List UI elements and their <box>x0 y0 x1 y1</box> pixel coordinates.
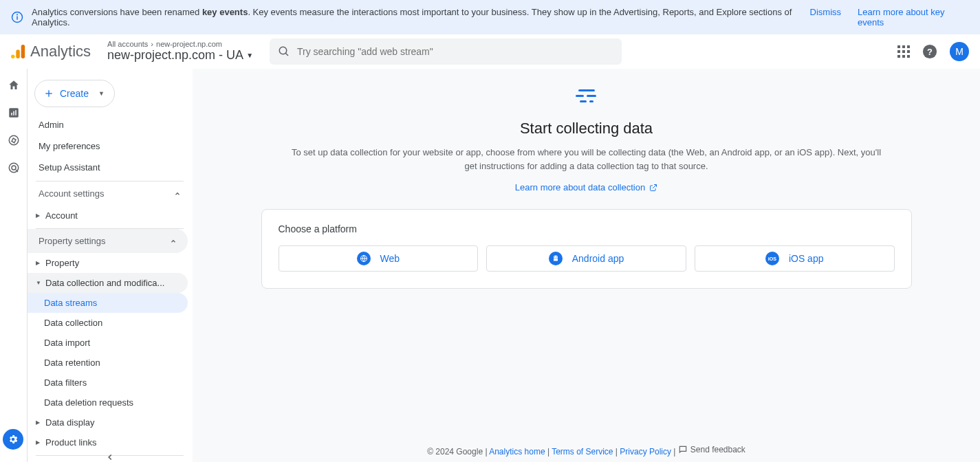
svg-rect-12 <box>902 50 905 53</box>
svg-rect-20 <box>11 113 12 116</box>
android-icon <box>549 252 563 265</box>
search-icon <box>278 45 290 58</box>
avatar[interactable]: M <box>950 42 969 61</box>
sidebar-item-setup-assistant[interactable]: Setup Assistant <box>28 157 192 178</box>
caret-down-icon: ▼ <box>246 52 253 59</box>
explore-icon[interactable] <box>7 133 21 147</box>
banner-text: Analytics conversions have been renamed … <box>32 7 810 28</box>
search-box[interactable] <box>270 38 622 65</box>
reports-icon[interactable] <box>7 106 21 120</box>
svg-rect-28 <box>578 89 595 91</box>
svg-point-2 <box>17 14 18 15</box>
tree-item-data-collection-mod[interactable]: ▼ Data collection and modifica... <box>28 273 188 293</box>
chevron-up-icon <box>174 190 181 197</box>
tree-item-data-import[interactable]: Data import <box>28 333 192 353</box>
svg-rect-22 <box>15 110 17 116</box>
svg-rect-15 <box>902 55 905 58</box>
tree-item-data-deletion[interactable]: Data deletion requests <box>28 393 192 412</box>
section-property-settings[interactable]: Property settings <box>28 229 188 253</box>
tree-item-data-streams[interactable]: Data streams <box>28 293 188 313</box>
caret-down-icon: ▼ <box>36 280 41 286</box>
platform-card: Choose a platform Web Android app iOS iO… <box>261 209 912 289</box>
svg-text:?: ? <box>927 46 933 56</box>
feedback-icon <box>678 445 688 454</box>
chevron-up-icon <box>170 238 177 245</box>
tree-item-product-links[interactable]: ▶ Product links <box>28 432 192 452</box>
main-content: Start collecting data To set up data col… <box>193 69 980 462</box>
notification-banner: Analytics conversions have been renamed … <box>0 0 980 34</box>
svg-line-7 <box>285 53 288 56</box>
svg-rect-5 <box>21 44 25 58</box>
caret-right-icon: ▶ <box>36 212 41 219</box>
caret-down-icon: ▼ <box>98 90 105 97</box>
admin-sidebar: Create ▼ Admin My preferences Setup Assi… <box>28 69 193 462</box>
external-link-icon <box>649 184 657 192</box>
svg-rect-29 <box>576 95 584 97</box>
page-description: To set up data collection for your websi… <box>291 146 882 173</box>
learn-more-link[interactable]: Learn more about key events <box>858 7 969 28</box>
dismiss-link[interactable]: Dismiss <box>810 7 842 28</box>
nav-rail <box>0 69 28 462</box>
property-switcher[interactable]: All accounts › new-project.np.com new-pr… <box>107 40 253 63</box>
collapse-sidebar-icon[interactable] <box>105 452 115 462</box>
card-title: Choose a platform <box>279 223 895 234</box>
caret-right-icon: ▶ <box>36 260 41 266</box>
help-icon[interactable]: ? <box>922 44 937 59</box>
footer-link-terms[interactable]: Terms of Service <box>552 447 613 456</box>
footer-link-privacy[interactable]: Privacy Policy <box>620 447 671 456</box>
svg-rect-4 <box>16 50 19 58</box>
chevron-right-icon: › <box>151 40 153 48</box>
tree-item-data-display[interactable]: ▶ Data display <box>28 412 192 432</box>
svg-rect-8 <box>897 45 900 48</box>
svg-rect-32 <box>589 100 594 102</box>
page-title: Start collecting data <box>520 120 653 138</box>
svg-point-35 <box>556 256 557 257</box>
sidebar-item-admin[interactable]: Admin <box>28 114 192 135</box>
analytics-logo-icon <box>11 43 26 60</box>
svg-rect-13 <box>907 50 910 53</box>
product-name: Analytics <box>30 43 91 60</box>
home-icon[interactable] <box>7 78 21 92</box>
apps-icon[interactable] <box>897 45 910 58</box>
sidebar-item-preferences[interactable]: My preferences <box>28 135 192 157</box>
footer-link-analytics-home[interactable]: Analytics home <box>489 447 545 456</box>
svg-rect-3 <box>11 54 15 58</box>
caret-right-icon: ▶ <box>36 439 41 446</box>
ios-icon: iOS <box>765 252 779 265</box>
svg-rect-10 <box>907 45 910 48</box>
plus-icon <box>43 88 54 99</box>
svg-rect-31 <box>580 100 587 102</box>
platform-ios-button[interactable]: iOS iOS app <box>695 245 895 272</box>
section-account-settings[interactable]: Account settings <box>28 182 192 206</box>
svg-point-23 <box>9 135 19 145</box>
svg-point-6 <box>279 47 287 54</box>
topbar: Analytics All accounts › new-project.np.… <box>0 34 980 69</box>
svg-rect-16 <box>907 55 910 58</box>
footer: © 2024 Google | Analytics home | Terms o… <box>193 439 980 462</box>
tree-item-account[interactable]: ▶ Account <box>28 206 192 226</box>
info-icon <box>11 11 23 23</box>
tree-item-data-filters[interactable]: Data filters <box>28 373 192 393</box>
svg-rect-21 <box>13 111 14 116</box>
platform-android-button[interactable]: Android app <box>486 245 686 272</box>
globe-icon <box>357 252 371 265</box>
svg-rect-11 <box>897 50 900 53</box>
svg-rect-30 <box>587 95 596 97</box>
learn-more-data-collection-link[interactable]: Learn more about data collection <box>515 182 657 192</box>
caret-right-icon: ▶ <box>36 419 41 426</box>
search-input[interactable] <box>297 46 613 57</box>
svg-rect-36 <box>554 258 558 261</box>
admin-settings-fab[interactable] <box>3 429 23 450</box>
tree-item-data-collection[interactable]: Data collection <box>28 313 192 333</box>
svg-rect-9 <box>902 45 905 48</box>
tree-item-property[interactable]: ▶ Property <box>28 253 192 273</box>
svg-point-34 <box>554 256 555 257</box>
send-feedback-button[interactable]: Send feedback <box>678 445 745 454</box>
svg-rect-14 <box>897 55 900 58</box>
create-button[interactable]: Create ▼ <box>34 80 115 107</box>
platform-web-button[interactable]: Web <box>279 245 479 272</box>
advertising-icon[interactable] <box>7 161 21 175</box>
svg-point-25 <box>12 166 16 170</box>
data-collection-hero-icon <box>576 88 598 107</box>
tree-item-data-retention[interactable]: Data retention <box>28 353 192 373</box>
